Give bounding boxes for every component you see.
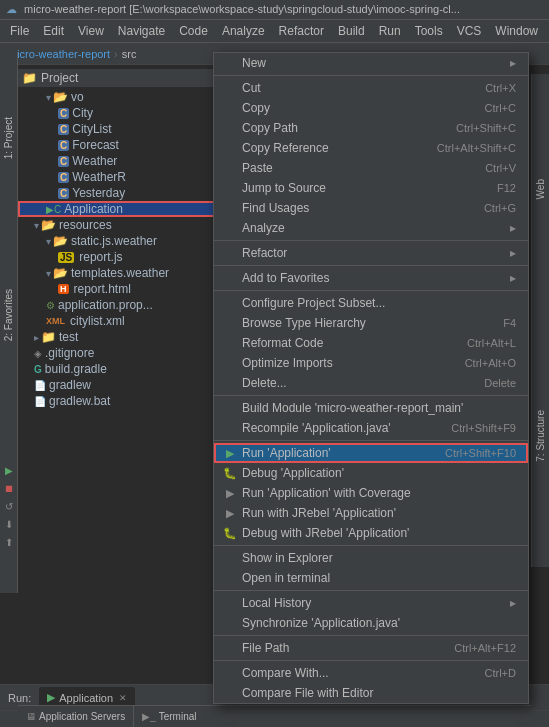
- context-menu-item-copy[interactable]: CopyCtrl+C: [214, 98, 528, 118]
- context-menu-item-optimize-imports[interactable]: Optimize ImportsCtrl+Alt+O: [214, 353, 528, 373]
- sidebar-item-favorites[interactable]: 2: Favorites: [3, 285, 14, 345]
- context-menu-separator: [214, 440, 528, 441]
- context-menu-item-analyze[interactable]: Analyze▸: [214, 218, 528, 238]
- run-icon: ▶: [47, 691, 55, 704]
- tree-node-test[interactable]: ▸ 📁 test: [18, 329, 237, 345]
- menu-bar: FileEditViewNavigateCodeAnalyzeRefactorB…: [0, 20, 549, 43]
- tree-node-label: build.gradle: [45, 362, 107, 376]
- tree-node-forecast[interactable]: C Forecast: [18, 137, 237, 153]
- close-tab-icon[interactable]: ✕: [119, 693, 127, 703]
- context-menu-item-add-to-favorites[interactable]: Add to Favorites▸: [214, 268, 528, 288]
- tree-node-label: CityList: [72, 122, 111, 136]
- context-menu-item-new[interactable]: New▸: [214, 53, 528, 73]
- arrow-icon: ▾: [34, 220, 39, 231]
- menu-item-tools[interactable]: Tools: [409, 22, 449, 40]
- menu-item-code[interactable]: Code: [173, 22, 214, 40]
- tree-node-report-html[interactable]: H report.html: [18, 281, 237, 297]
- tree-node-gradlew-bat[interactable]: 📄 gradlew.bat: [18, 393, 237, 409]
- context-menu-item-run-app[interactable]: ▶Run 'Application'Ctrl+Shift+F10: [214, 443, 528, 463]
- delete-label: Delete...: [242, 376, 464, 390]
- sidebar-item-structure[interactable]: 7: Structure: [535, 406, 546, 466]
- menu-item-refactor[interactable]: Refactor: [273, 22, 330, 40]
- menu-item-navigate[interactable]: Navigate: [112, 22, 171, 40]
- context-menu-item-synchronize[interactable]: Synchronize 'Application.java': [214, 613, 528, 633]
- tree-node-citylist[interactable]: C CityList: [18, 121, 237, 137]
- context-menu-item-recompile[interactable]: Recompile 'Application.java'Ctrl+Shift+F…: [214, 418, 528, 438]
- context-menu-item-compare-with[interactable]: Compare With...Ctrl+D: [214, 663, 528, 683]
- context-menu-item-open-terminal[interactable]: Open in terminal: [214, 568, 528, 588]
- context-menu-item-paste[interactable]: PasteCtrl+V: [214, 158, 528, 178]
- restart-button[interactable]: ↺: [2, 499, 16, 513]
- tree-node-application[interactable]: ▶C Application: [18, 201, 237, 217]
- scroll-down-button[interactable]: ⬇: [2, 517, 16, 531]
- context-menu-separator: [214, 590, 528, 591]
- tree-node-label: WeatherR: [72, 170, 126, 184]
- compare-with-label: Compare With...: [242, 666, 465, 680]
- scroll-up-button[interactable]: ⬆: [2, 535, 16, 549]
- tree-node-report-js[interactable]: JS report.js: [18, 249, 237, 265]
- tree-node-label: gradlew: [49, 378, 91, 392]
- menu-item-view[interactable]: View: [72, 22, 110, 40]
- tree-node-build-gradle[interactable]: G build.gradle: [18, 361, 237, 377]
- app-icon: ☁: [6, 3, 17, 15]
- tree-node-yesterday[interactable]: C Yesterday: [18, 185, 237, 201]
- context-menu-item-show-explorer[interactable]: Show in Explorer: [214, 548, 528, 568]
- context-menu: New▸CutCtrl+XCopyCtrl+CCopy PathCtrl+Shi…: [213, 52, 529, 704]
- run-coverage-label: Run 'Application' with Coverage: [242, 486, 516, 500]
- copy-path-shortcut: Ctrl+Shift+C: [456, 122, 516, 134]
- menu-item-analyze[interactable]: Analyze: [216, 22, 271, 40]
- menu-item-build[interactable]: Build: [332, 22, 371, 40]
- play-button[interactable]: ▶: [2, 463, 16, 477]
- terminal-tab[interactable]: ▶_ Terminal: [134, 706, 204, 727]
- tree-node-templates-weather[interactable]: ▾ 📂 templates.weather: [18, 265, 237, 281]
- tree-node-weather[interactable]: C Weather: [18, 153, 237, 169]
- jump-to-source-label: Jump to Source: [242, 181, 477, 195]
- menu-item-run[interactable]: Run: [373, 22, 407, 40]
- tree-node-city[interactable]: C City: [18, 105, 237, 121]
- project-label: Project: [41, 71, 78, 85]
- context-menu-item-refactor[interactable]: Refactor▸: [214, 243, 528, 263]
- context-menu-item-delete[interactable]: Delete...Delete: [214, 373, 528, 393]
- context-menu-item-jump-to-source[interactable]: Jump to SourceF12: [214, 178, 528, 198]
- context-menu-item-configure-project[interactable]: Configure Project Subset...: [214, 293, 528, 313]
- context-menu-item-copy-path[interactable]: Copy PathCtrl+Shift+C: [214, 118, 528, 138]
- debug-jrebel-label: Debug with JRebel 'Application': [242, 526, 516, 540]
- sidebar-item-web[interactable]: Web: [535, 175, 546, 203]
- context-menu-item-copy-reference[interactable]: Copy ReferenceCtrl+Alt+Shift+C: [214, 138, 528, 158]
- context-menu-item-run-jrebel[interactable]: ▶Run with JRebel 'Application': [214, 503, 528, 523]
- tree-node-citylist-xml[interactable]: XML citylist.xml: [18, 313, 237, 329]
- context-menu-item-find-usages[interactable]: Find UsagesCtrl+G: [214, 198, 528, 218]
- menu-item-edit[interactable]: Edit: [37, 22, 70, 40]
- context-menu-item-debug-app[interactable]: 🐛Debug 'Application': [214, 463, 528, 483]
- optimize-imports-shortcut: Ctrl+Alt+O: [465, 357, 516, 369]
- sidebar-item-project[interactable]: 1: Project: [3, 113, 14, 163]
- optimize-imports-label: Optimize Imports: [242, 356, 445, 370]
- menu-item-vcs[interactable]: VCS: [451, 22, 488, 40]
- arrow-icon: ▸: [34, 332, 39, 343]
- context-menu-item-local-history[interactable]: Local History▸: [214, 593, 528, 613]
- tree-node-app-prop[interactable]: ⚙ application.prop...: [18, 297, 237, 313]
- context-menu-item-reformat[interactable]: Reformat CodeCtrl+Alt+L: [214, 333, 528, 353]
- tree-node-label: application.prop...: [58, 298, 153, 312]
- context-menu-item-compare-file[interactable]: Compare File with Editor: [214, 683, 528, 703]
- context-menu-item-browse-type[interactable]: Browse Type HierarchyF4: [214, 313, 528, 333]
- stop-button[interactable]: ⏹: [2, 481, 16, 495]
- tree-node-resources[interactable]: ▾ 📂 resources: [18, 217, 237, 233]
- context-menu-item-file-path[interactable]: File PathCtrl+Alt+F12: [214, 638, 528, 658]
- tree-node-weatherR[interactable]: C WeatherR: [18, 169, 237, 185]
- analyze-label: Analyze: [242, 221, 500, 235]
- context-menu-item-debug-jrebel[interactable]: 🐛Debug with JRebel 'Application': [214, 523, 528, 543]
- menu-item-window[interactable]: Window: [489, 22, 544, 40]
- folder-icon: 📂: [53, 266, 68, 280]
- tree-node-gitignore[interactable]: ◈ .gitignore: [18, 345, 237, 361]
- context-menu-separator: [214, 660, 528, 661]
- app-servers-tab[interactable]: 🖥 Application Servers: [18, 706, 134, 727]
- menu-item-file[interactable]: File: [4, 22, 35, 40]
- context-menu-item-build-module[interactable]: Build Module 'micro-weather-report_main': [214, 398, 528, 418]
- tree-node-static-weather[interactable]: ▾ 📂 static.js.weather: [18, 233, 237, 249]
- terminal-label: Terminal: [159, 711, 197, 722]
- context-menu-item-run-coverage[interactable]: ▶Run 'Application' with Coverage: [214, 483, 528, 503]
- tree-node-gradlew[interactable]: 📄 gradlew: [18, 377, 237, 393]
- tree-node-vo[interactable]: ▾ 📂 vo: [18, 89, 237, 105]
- context-menu-item-cut[interactable]: CutCtrl+X: [214, 78, 528, 98]
